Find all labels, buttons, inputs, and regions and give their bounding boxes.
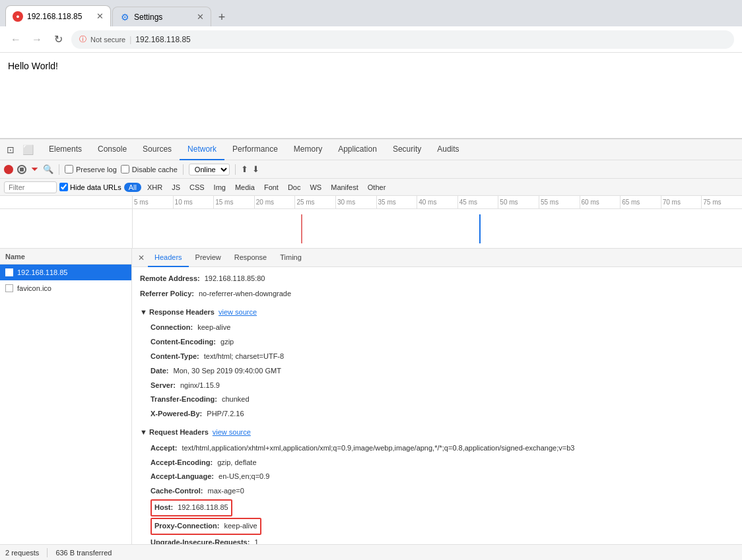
tab-2[interactable]: ⚙ Settings ✕ bbox=[112, 7, 211, 26]
file-icon-favicon bbox=[5, 284, 13, 292]
back-button[interactable]: ← bbox=[8, 32, 24, 47]
timeline-mark-65ms: 65 ms bbox=[620, 196, 661, 208]
tab-sources[interactable]: Sources bbox=[135, 139, 180, 160]
preserve-log-label[interactable]: Preserve log bbox=[65, 165, 117, 173]
timeline-mark-5ms: 5 ms bbox=[132, 196, 173, 208]
response-headers-section: ▼ Response Headers view source Connectio… bbox=[140, 306, 734, 421]
request-line-red bbox=[301, 214, 302, 243]
tab-1-title: 192.168.118.85 bbox=[27, 12, 90, 21]
detail-tab-preview[interactable]: Preview bbox=[189, 249, 228, 267]
response-headers-title: ▼ Response Headers bbox=[140, 306, 215, 319]
referrer-policy-key: Referrer Policy: bbox=[140, 290, 194, 297]
preserve-log-checkbox[interactable] bbox=[65, 165, 73, 173]
tab-favicon-globe: ● bbox=[13, 11, 23, 22]
filter-type-doc[interactable]: Doc bbox=[285, 183, 304, 192]
referrer-policy-row: Referrer Policy: no-referrer-when-downgr… bbox=[140, 288, 734, 301]
url-bar[interactable]: ⓘ Not secure | 192.168.118.85 bbox=[71, 30, 734, 49]
page-content: Hello World! bbox=[0, 53, 742, 139]
timeline-mark-45ms: 45 ms bbox=[457, 196, 498, 208]
upload-icon[interactable]: ⬆ bbox=[241, 164, 248, 174]
filter-type-manifest[interactable]: Manifest bbox=[327, 183, 362, 192]
cursor-icon-btn[interactable]: ⊡ bbox=[3, 142, 18, 158]
file-item-favicon[interactable]: favicon.ico bbox=[0, 280, 131, 296]
timeline-header: 5 ms 10 ms 15 ms 20 ms 25 ms 30 ms 35 ms… bbox=[0, 196, 742, 209]
tab-favicon-settings: ⚙ bbox=[119, 12, 130, 22]
mobile-icon-btn[interactable]: ⬜ bbox=[20, 142, 36, 158]
timeline-mark-60ms: 60 ms bbox=[580, 196, 621, 208]
filter-type-media[interactable]: Media bbox=[232, 183, 258, 192]
file-list: Name 192.168.118.85 favicon.ico bbox=[0, 249, 132, 544]
filter-type-js[interactable]: JS bbox=[168, 183, 184, 192]
toolbar-separator-2 bbox=[183, 164, 184, 175]
search-icon[interactable]: 🔍 bbox=[43, 164, 53, 174]
hide-data-urls-checkbox[interactable] bbox=[59, 183, 68, 191]
response-header-connection: Connection: keep-alive bbox=[140, 321, 734, 334]
filter-type-xhr[interactable]: XHR bbox=[144, 183, 166, 192]
tab-console[interactable]: Console bbox=[90, 139, 135, 160]
filter-type-all[interactable]: All bbox=[124, 183, 141, 192]
filter-type-img[interactable]: Img bbox=[211, 183, 229, 192]
url-separator: | bbox=[129, 35, 131, 44]
response-header-date: Date: Mon, 30 Sep 2019 09:40:00 GMT bbox=[140, 365, 734, 378]
filter-type-font[interactable]: Font bbox=[261, 183, 282, 192]
response-header-x-powered-by: X-Powered-By: PHP/7.2.16 bbox=[140, 408, 734, 421]
disable-cache-checkbox[interactable] bbox=[121, 165, 129, 173]
request-headers-title-row[interactable]: ▼ Request Headers view source bbox=[140, 426, 734, 439]
refresh-button[interactable]: ↻ bbox=[50, 32, 66, 47]
tab-1-close[interactable]: ✕ bbox=[96, 11, 104, 21]
response-header-content-type: Content-Type: text/html; charset=UTF-8 bbox=[140, 350, 734, 363]
hello-world-text: Hello World! bbox=[8, 61, 58, 71]
request-headers-link[interactable]: view source bbox=[213, 426, 251, 439]
filter-type-css[interactable]: CSS bbox=[186, 183, 208, 192]
request-header-accept-language: Accept-Language: en-US,en;q=0.9 bbox=[140, 470, 734, 483]
tab-1[interactable]: ● 192.168.118.85 ✕ bbox=[5, 5, 111, 26]
tab-application[interactable]: Application bbox=[330, 139, 385, 160]
new-tab-button[interactable]: + bbox=[213, 8, 231, 26]
not-secure-label: Not secure bbox=[90, 36, 125, 44]
status-separator bbox=[47, 548, 48, 557]
online-select[interactable]: Online bbox=[189, 164, 230, 175]
detail-tabs: ✕ Headers Preview Response Timing bbox=[132, 249, 742, 267]
disable-cache-label[interactable]: Disable cache bbox=[121, 165, 178, 173]
timeline-mark-50ms: 50 ms bbox=[498, 196, 539, 208]
tab-audits[interactable]: Audits bbox=[429, 139, 467, 160]
detail-tab-timing[interactable]: Timing bbox=[273, 249, 308, 267]
remote-address-key: Remote Address: bbox=[140, 274, 200, 282]
disable-cache-text: Disable cache bbox=[132, 166, 178, 173]
headers-content: Remote Address: 192.168.118.85:80 Referr… bbox=[132, 267, 742, 544]
tab-performance[interactable]: Performance bbox=[224, 139, 286, 160]
timeline-mark-70ms: 70 ms bbox=[661, 196, 702, 208]
file-item-192[interactable]: 192.168.118.85 bbox=[0, 264, 131, 280]
request-header-proxy-connection: Proxy-Connection: keep-alive bbox=[140, 518, 734, 535]
forward-button[interactable]: → bbox=[29, 32, 45, 47]
tab-2-close[interactable]: ✕ bbox=[197, 12, 204, 22]
timeline-mark-30ms: 30 ms bbox=[335, 196, 376, 208]
timeline-mark-25ms: 25 ms bbox=[294, 196, 335, 208]
tab-memory[interactable]: Memory bbox=[286, 139, 330, 160]
browser-chrome: ● 192.168.118.85 ✕ ⚙ Settings ✕ + bbox=[0, 0, 742, 26]
status-requests: 2 requests bbox=[5, 549, 39, 557]
devtools: ⊡ ⬜ Elements Console Sources Network Per… bbox=[0, 139, 742, 560]
detail-close-button[interactable]: ✕ bbox=[135, 251, 148, 264]
record-button[interactable] bbox=[4, 165, 13, 174]
response-header-content-encoding: Content-Encoding: gzip bbox=[140, 336, 734, 349]
response-header-server: Server: nginx/1.15.9 bbox=[140, 379, 734, 392]
detail-tab-headers[interactable]: Headers bbox=[148, 249, 189, 267]
clear-button[interactable] bbox=[17, 165, 26, 174]
detail-tab-response[interactable]: Response bbox=[228, 249, 274, 267]
tab-elements[interactable]: Elements bbox=[41, 139, 90, 160]
response-headers-link[interactable]: view source bbox=[219, 306, 257, 319]
filter-type-ws[interactable]: WS bbox=[306, 183, 325, 192]
filter-input[interactable] bbox=[4, 181, 57, 193]
response-headers-title-row[interactable]: ▼ Response Headers view source bbox=[140, 306, 734, 319]
hide-data-urls-label[interactable]: Hide data URLs bbox=[59, 183, 121, 191]
request-header-cache-control: Cache-Control: max-age=0 bbox=[140, 485, 734, 498]
filter-type-other[interactable]: Other bbox=[364, 183, 389, 192]
tab-security[interactable]: Security bbox=[385, 139, 429, 160]
filter-icon[interactable]: ⏷ bbox=[30, 164, 39, 174]
network-toolbar: ⏷ 🔍 Preserve log Disable cache Online ⬆ … bbox=[0, 160, 742, 179]
request-header-upgrade-insecure: Upgrade-Insecure-Requests: 1 bbox=[140, 536, 734, 544]
tab-network[interactable]: Network bbox=[180, 139, 224, 160]
download-icon[interactable]: ⬇ bbox=[252, 164, 259, 174]
devtools-toolbar: ⊡ ⬜ Elements Console Sources Network Per… bbox=[0, 139, 742, 160]
